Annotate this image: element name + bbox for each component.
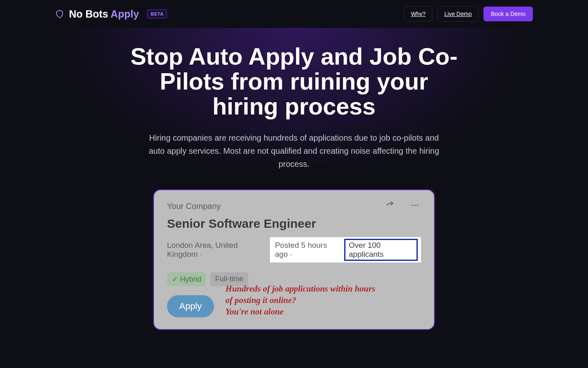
apply-button: Apply [167,295,214,317]
more-icon [409,201,421,210]
share-icon [384,201,396,210]
how-it-works-section: How Does It Work? [0,359,588,368]
applicants-highlight: Over 100 applicants [344,239,418,261]
header: No Bots Apply BETA Why? Live Demo Book a… [0,0,588,28]
job-location: London Area, United Kingdom · [167,241,268,259]
card-top-icons [384,201,421,210]
hero-subtitle: Hiring companies are receiving hundreds … [143,131,445,171]
book-demo-button[interactable]: Book a Demo [483,7,533,21]
callout-annotation: Hundreds of job applications within hour… [225,283,381,318]
logo-group: No Bots Apply BETA [55,8,167,20]
hero-title: Stop Auto Apply and Job Co-Pilots from r… [127,44,461,119]
callout-line-1: Hundreds of job applications within hour… [225,284,375,305]
job-title: Senior Software Engineer [167,217,421,231]
nav-actions: Why? Live Demo Book a Demo [404,6,533,22]
svg-point-0 [412,204,413,206]
hybrid-badge: Hybrid [167,272,206,286]
job-meta-row: London Area, United Kingdom · Posted 5 h… [167,237,421,263]
brand-accent: Apply [111,8,139,20]
shield-icon [55,9,64,18]
card-bottom-row: Apply Hundreds of job applications withi… [167,295,421,318]
hero-section: Stop Auto Apply and Job Co-Pilots from r… [0,28,588,359]
svg-point-1 [414,204,416,206]
callout-line-2: You're not alone [225,307,283,316]
posted-time: Posted 5 hours ago · Over 100 applicants [270,237,421,263]
job-card: Your Company Senior Software Engineer Lo… [154,190,434,329]
svg-point-2 [417,204,419,206]
live-demo-link[interactable]: Live Demo [437,6,479,22]
brand-prefix: No Bots [69,8,111,20]
brand-text: No Bots Apply [69,8,139,20]
beta-badge: BETA [147,9,167,18]
company-name: Your Company [167,202,421,211]
job-card-illustration: Your Company Senior Software Engineer Lo… [153,189,435,330]
posted-text: Posted 5 hours ago · [275,241,342,259]
why-link[interactable]: Why? [404,6,432,22]
